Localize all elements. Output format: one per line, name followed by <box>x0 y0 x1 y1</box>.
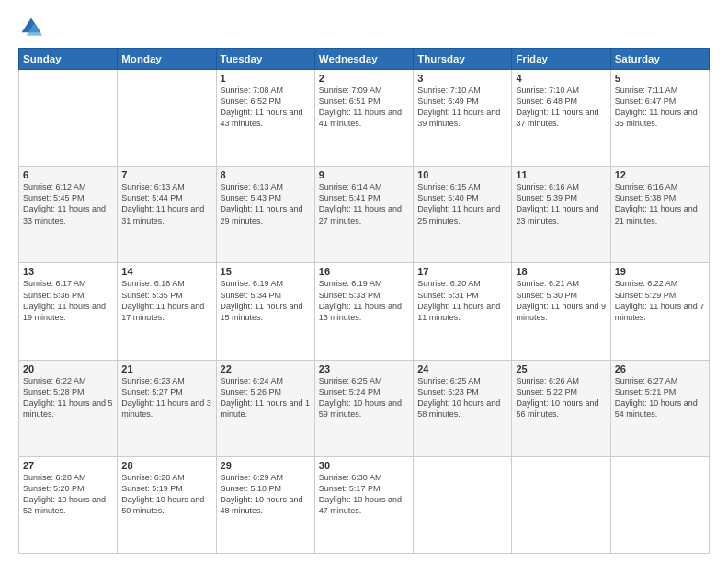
day-number: 5 <box>615 73 705 84</box>
day-number: 24 <box>417 363 507 374</box>
calendar-cell <box>19 70 118 167</box>
calendar-cell: 29Sunrise: 6:29 AM Sunset: 5:18 PM Dayli… <box>216 456 314 553</box>
day-header-friday: Friday <box>512 49 610 70</box>
day-number: 18 <box>516 266 606 277</box>
calendar-cell: 28Sunrise: 6:28 AM Sunset: 5:19 PM Dayli… <box>118 456 216 553</box>
day-info: Sunrise: 6:30 AM Sunset: 5:17 PM Dayligh… <box>319 472 409 517</box>
calendar-cell: 15Sunrise: 6:19 AM Sunset: 5:34 PM Dayli… <box>216 263 314 360</box>
day-number: 15 <box>221 266 311 277</box>
day-info: Sunrise: 6:28 AM Sunset: 5:19 PM Dayligh… <box>121 472 211 517</box>
day-info: Sunrise: 6:16 AM Sunset: 5:39 PM Dayligh… <box>516 181 606 226</box>
calendar-cell: 23Sunrise: 6:25 AM Sunset: 5:24 PM Dayli… <box>314 360 413 456</box>
calendar-cell: 2Sunrise: 7:09 AM Sunset: 6:51 PM Daylig… <box>314 70 413 167</box>
day-number: 16 <box>319 266 409 277</box>
day-header-thursday: Thursday <box>414 49 512 70</box>
day-info: Sunrise: 6:18 AM Sunset: 5:35 PM Dayligh… <box>121 278 211 323</box>
calendar-cell: 25Sunrise: 6:26 AM Sunset: 5:22 PM Dayli… <box>512 360 610 456</box>
calendar-cell: 1Sunrise: 7:08 AM Sunset: 6:52 PM Daylig… <box>216 70 314 167</box>
day-info: Sunrise: 6:24 AM Sunset: 5:26 PM Dayligh… <box>221 375 311 420</box>
day-info: Sunrise: 6:13 AM Sunset: 5:43 PM Dayligh… <box>221 181 311 226</box>
day-info: Sunrise: 6:13 AM Sunset: 5:44 PM Dayligh… <box>121 181 211 226</box>
day-info: Sunrise: 6:19 AM Sunset: 5:33 PM Dayligh… <box>319 278 409 323</box>
calendar-cell <box>118 70 216 167</box>
calendar-week-4: 20Sunrise: 6:22 AM Sunset: 5:28 PM Dayli… <box>19 360 710 456</box>
calendar-cell: 4Sunrise: 7:10 AM Sunset: 6:48 PM Daylig… <box>512 70 610 167</box>
calendar-cell: 6Sunrise: 6:12 AM Sunset: 5:45 PM Daylig… <box>19 167 118 263</box>
day-header-sunday: Sunday <box>19 49 118 70</box>
day-info: Sunrise: 6:14 AM Sunset: 5:41 PM Dayligh… <box>319 181 409 226</box>
day-header-wednesday: Wednesday <box>314 49 413 70</box>
day-info: Sunrise: 6:27 AM Sunset: 5:21 PM Dayligh… <box>615 375 705 420</box>
day-number: 1 <box>221 73 311 84</box>
day-number: 10 <box>417 169 507 180</box>
day-info: Sunrise: 6:22 AM Sunset: 5:29 PM Dayligh… <box>615 278 705 323</box>
calendar-cell <box>610 456 709 553</box>
calendar-cell: 30Sunrise: 6:30 AM Sunset: 5:17 PM Dayli… <box>314 456 413 553</box>
calendar-cell: 11Sunrise: 6:16 AM Sunset: 5:39 PM Dayli… <box>512 167 610 263</box>
day-header-tuesday: Tuesday <box>216 49 314 70</box>
day-number: 14 <box>121 266 211 277</box>
calendar-cell: 5Sunrise: 7:11 AM Sunset: 6:47 PM Daylig… <box>610 70 709 167</box>
header <box>18 15 710 40</box>
calendar-cell: 18Sunrise: 6:21 AM Sunset: 5:30 PM Dayli… <box>512 263 610 360</box>
day-info: Sunrise: 6:21 AM Sunset: 5:30 PM Dayligh… <box>516 278 606 323</box>
day-number: 28 <box>121 460 211 471</box>
day-info: Sunrise: 6:15 AM Sunset: 5:40 PM Dayligh… <box>417 181 507 226</box>
day-number: 13 <box>23 266 113 277</box>
day-number: 11 <box>516 169 606 180</box>
day-info: Sunrise: 6:23 AM Sunset: 5:27 PM Dayligh… <box>121 375 211 420</box>
calendar-header-row: SundayMondayTuesdayWednesdayThursdayFrid… <box>19 49 710 70</box>
logo <box>18 15 48 40</box>
calendar-cell: 24Sunrise: 6:25 AM Sunset: 5:23 PM Dayli… <box>414 360 512 456</box>
day-info: Sunrise: 6:20 AM Sunset: 5:31 PM Dayligh… <box>417 278 507 323</box>
calendar-cell: 14Sunrise: 6:18 AM Sunset: 5:35 PM Dayli… <box>118 263 216 360</box>
day-number: 4 <box>516 73 606 84</box>
day-number: 6 <box>23 169 113 180</box>
day-number: 29 <box>221 460 311 471</box>
day-number: 22 <box>221 363 311 374</box>
day-info: Sunrise: 6:19 AM Sunset: 5:34 PM Dayligh… <box>221 278 311 323</box>
logo-icon <box>18 15 44 40</box>
day-number: 7 <box>121 169 211 180</box>
day-info: Sunrise: 6:17 AM Sunset: 5:36 PM Dayligh… <box>23 278 113 323</box>
calendar-cell: 27Sunrise: 6:28 AM Sunset: 5:20 PM Dayli… <box>19 456 118 553</box>
day-info: Sunrise: 6:28 AM Sunset: 5:20 PM Dayligh… <box>23 472 113 517</box>
calendar-cell: 19Sunrise: 6:22 AM Sunset: 5:29 PM Dayli… <box>610 263 709 360</box>
page: SundayMondayTuesdayWednesdayThursdayFrid… <box>0 0 728 563</box>
calendar-cell: 21Sunrise: 6:23 AM Sunset: 5:27 PM Dayli… <box>118 360 216 456</box>
day-header-monday: Monday <box>118 49 216 70</box>
calendar-week-5: 27Sunrise: 6:28 AM Sunset: 5:20 PM Dayli… <box>19 456 710 553</box>
calendar-cell <box>414 456 512 553</box>
day-info: Sunrise: 6:25 AM Sunset: 5:24 PM Dayligh… <box>319 375 409 420</box>
day-info: Sunrise: 7:11 AM Sunset: 6:47 PM Dayligh… <box>615 85 705 130</box>
day-number: 27 <box>23 460 113 471</box>
day-info: Sunrise: 6:22 AM Sunset: 5:28 PM Dayligh… <box>23 375 113 420</box>
calendar-cell: 12Sunrise: 6:16 AM Sunset: 5:38 PM Dayli… <box>610 167 709 263</box>
day-number: 30 <box>319 460 409 471</box>
calendar-cell: 17Sunrise: 6:20 AM Sunset: 5:31 PM Dayli… <box>414 263 512 360</box>
day-number: 21 <box>121 363 211 374</box>
calendar-cell: 16Sunrise: 6:19 AM Sunset: 5:33 PM Dayli… <box>314 263 413 360</box>
day-number: 20 <box>23 363 113 374</box>
day-info: Sunrise: 6:12 AM Sunset: 5:45 PM Dayligh… <box>23 181 113 226</box>
day-number: 12 <box>615 169 705 180</box>
day-info: Sunrise: 7:10 AM Sunset: 6:49 PM Dayligh… <box>417 85 507 130</box>
calendar-cell: 20Sunrise: 6:22 AM Sunset: 5:28 PM Dayli… <box>19 360 118 456</box>
day-number: 26 <box>615 363 705 374</box>
day-number: 23 <box>319 363 409 374</box>
calendar-cell: 26Sunrise: 6:27 AM Sunset: 5:21 PM Dayli… <box>610 360 709 456</box>
calendar-cell: 22Sunrise: 6:24 AM Sunset: 5:26 PM Dayli… <box>216 360 314 456</box>
day-info: Sunrise: 6:29 AM Sunset: 5:18 PM Dayligh… <box>221 472 311 517</box>
day-info: Sunrise: 7:08 AM Sunset: 6:52 PM Dayligh… <box>221 85 311 130</box>
calendar-week-3: 13Sunrise: 6:17 AM Sunset: 5:36 PM Dayli… <box>19 263 710 360</box>
calendar-cell <box>512 456 610 553</box>
calendar-week-2: 6Sunrise: 6:12 AM Sunset: 5:45 PM Daylig… <box>19 167 710 263</box>
day-info: Sunrise: 6:26 AM Sunset: 5:22 PM Dayligh… <box>516 375 606 420</box>
day-number: 3 <box>417 73 507 84</box>
day-number: 25 <box>516 363 606 374</box>
day-number: 19 <box>615 266 705 277</box>
calendar-cell: 9Sunrise: 6:14 AM Sunset: 5:41 PM Daylig… <box>314 167 413 263</box>
day-info: Sunrise: 7:10 AM Sunset: 6:48 PM Dayligh… <box>516 85 606 130</box>
day-info: Sunrise: 7:09 AM Sunset: 6:51 PM Dayligh… <box>319 85 409 130</box>
day-header-saturday: Saturday <box>610 49 709 70</box>
